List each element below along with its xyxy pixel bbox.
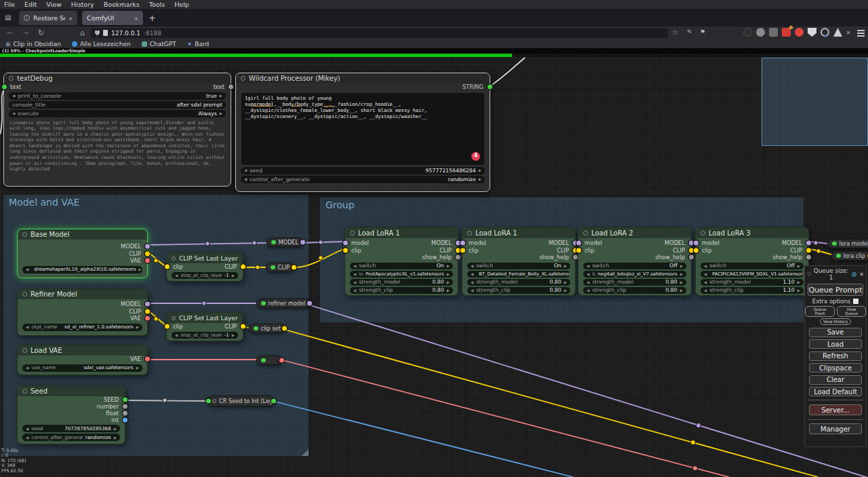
save-page-icon[interactable]: [700, 28, 705, 35]
reroute-clip[interactable]: CLIP: [266, 263, 294, 272]
widget-ckpt-name[interactable]: ckpt_name dreamshaperXL10_alpha2Xl10.saf…: [22, 266, 142, 273]
collapse-dot[interactable]: [271, 240, 276, 245]
widget-strength-clip[interactable]: strength_clip 1.10: [701, 287, 804, 294]
collapse-dot[interactable]: [583, 231, 588, 235]
clip-output-port[interactable]: [241, 265, 245, 269]
widget-switch[interactable]: switch Off: [583, 263, 686, 269]
shield-permissions-icon[interactable]: [95, 31, 100, 36]
comfy-menu-panel[interactable]: Queue size: 1 Queue Prompt Extra options…: [804, 265, 867, 447]
clip-input-port[interactable]: [576, 248, 581, 252]
widget-lora-name[interactable]: lora_name BT_Detailed_Female_Belly_XL.sa…: [467, 271, 570, 278]
new-tab-button[interactable]: [149, 13, 156, 23]
collapse-dot[interactable]: [22, 232, 27, 237]
tab-comfyui[interactable]: ComfyUI: [82, 11, 143, 25]
widget-strength-model[interactable]: strength_model 1.10: [701, 279, 804, 286]
reroute-refiner-model[interactable]: refiner model: [256, 299, 311, 308]
widget-ckpt-name[interactable]: ckpt_name sd_xl_refiner_1.0.safetensors: [22, 324, 142, 331]
reroute-lora-model[interactable]: lora model: [827, 239, 868, 248]
extension-icon-red[interactable]: 1: [782, 28, 791, 37]
clip-input-port[interactable]: [165, 265, 170, 269]
menu-edit[interactable]: Edit: [24, 1, 37, 8]
node-textdebug[interactable]: textDebug text text print_to_console tru…: [3, 73, 231, 187]
reload-icon[interactable]: ↻: [38, 28, 44, 37]
queue-prompt-button[interactable]: Queue Prompt: [808, 284, 863, 296]
widget-stop-at-clip-layer[interactable]: stop_at_clip_layer -1: [172, 332, 238, 339]
clip-output-port[interactable]: [292, 265, 296, 270]
menu-history[interactable]: History: [71, 1, 94, 8]
widget-seed[interactable]: seed 707287850285368: [22, 425, 120, 432]
widget-console-title[interactable]: console_title after sdxl prompt: [9, 101, 226, 109]
widget-lora-name[interactable]: lora_name neg4all_bdsqlsz_xl_V7.safetens…: [583, 271, 686, 278]
widget-strength-model[interactable]: strength_model 0.80: [350, 279, 453, 286]
node-load-lora-2[interactable]: Load LoRA 1 model MODEL clip CLIP show_h…: [462, 227, 576, 296]
model-output-port[interactable]: [307, 301, 312, 306]
model-output-port[interactable]: [145, 244, 150, 249]
clear-button[interactable]: Clear: [809, 375, 862, 385]
widget-switch[interactable]: switch Off: [701, 263, 804, 269]
bookmark-item[interactable]: Bard: [187, 41, 210, 47]
widget-control-after-generate[interactable]: control_after_generate randomize: [241, 176, 485, 183]
collapse-dot[interactable]: [832, 242, 837, 246]
widget-print-to-console[interactable]: print_to_console true: [9, 92, 226, 100]
node-wildcard-processor[interactable]: Wildcard Processor (Mikey) STRING 1girl …: [235, 73, 490, 192]
node-clip-set-last-layer[interactable]: CLIP Set Last Layer clip CLIP stop_at_cl…: [166, 252, 243, 282]
collapse-dot[interactable]: [467, 231, 472, 235]
seed-input-port[interactable]: [206, 399, 211, 404]
collapse-dot[interactable]: [22, 389, 27, 394]
widget-stop-at-clip-layer[interactable]: stop_at_clip_layer -1: [172, 272, 238, 279]
widget-control-after-generate[interactable]: control_after_generate randomize: [22, 434, 120, 441]
refresh-button[interactable]: Refresh: [809, 351, 862, 361]
model-input-port[interactable]: [460, 241, 465, 246]
widget-lora-name[interactable]: lora_name PostApocalypticXL_v1.safetenso…: [350, 271, 453, 278]
clip-output-port[interactable]: [456, 248, 460, 252]
vae-output-port[interactable]: [279, 358, 284, 363]
extra-options-checkbox[interactable]: [853, 299, 859, 304]
text-input-port[interactable]: [2, 85, 7, 90]
float-output-port[interactable]: [123, 411, 127, 416]
queue-front-button[interactable]: Queue Front: [805, 306, 835, 317]
extension-icon-shield[interactable]: [808, 28, 816, 37]
view-queue-button[interactable]: View Queue: [837, 306, 866, 317]
menu-file[interactable]: File: [4, 1, 15, 8]
extension-icon-puzzle[interactable]: [769, 28, 778, 37]
collapse-dot[interactable]: [254, 326, 258, 331]
wildcard-prompt-textarea[interactable]: 1girl full body photo of young supermode…: [241, 93, 484, 165]
close-icon[interactable]: [859, 271, 864, 278]
model-input-port[interactable]: [694, 241, 698, 246]
node-load-lora-4[interactable]: Load LoRA 3 model MODEL clip CLIP show_h…: [695, 227, 809, 296]
extension-icon-dark[interactable]: [743, 28, 752, 37]
menu-bookmarks[interactable]: Bookmarks: [104, 1, 140, 8]
widget-strength-clip[interactable]: strength_clip 0.80: [583, 287, 686, 294]
load-button[interactable]: Load: [809, 339, 862, 349]
collapse-dot[interactable]: [172, 256, 176, 261]
clip-input-port[interactable]: [165, 324, 170, 329]
menu-tools[interactable]: Tools: [149, 1, 165, 8]
collapse-dot[interactable]: [22, 292, 27, 297]
show-help-output-port[interactable]: [573, 255, 578, 260]
widget-vae-name[interactable]: vae_name sdxl_vae.safetensors: [22, 364, 142, 372]
node-load-lora-3[interactable]: Load LoRA 2 model MODEL clip CLIP show_h…: [578, 227, 692, 296]
url-bar[interactable]: 127.0.0.1:8188: [91, 28, 668, 38]
clip-output-port[interactable]: [241, 324, 245, 329]
model-output-port[interactable]: [689, 241, 694, 246]
page-info-icon[interactable]: [103, 30, 108, 36]
extension-icon-account[interactable]: [756, 28, 765, 37]
collapse-dot[interactable]: [350, 231, 355, 235]
reroute-clip-set[interactable]: clip set: [249, 324, 285, 333]
tab-close-icon[interactable]: [68, 14, 73, 22]
widget-strength-clip[interactable]: strength_clip 0.80: [467, 287, 570, 294]
clip-output-port[interactable]: [282, 326, 287, 331]
collapse-dot[interactable]: [241, 76, 245, 81]
int-output-port[interactable]: [123, 418, 127, 423]
firefox-view-icon[interactable]: [5, 14, 13, 22]
vae-output-port[interactable]: [145, 259, 150, 263]
int-output-port[interactable]: [271, 399, 276, 404]
node-clip-set-last-layer[interactable]: CLIP Set Last Layer clip CLIP stop_at_cl…: [166, 312, 243, 341]
widget-lora-name[interactable]: lora_name PACIFICA612VIIFM_SDXL_V1.safet…: [701, 271, 804, 278]
hamburger-menu-icon[interactable]: [857, 30, 865, 31]
drag-handle-icon[interactable]: [807, 271, 811, 278]
reroute-model[interactable]: MODEL: [267, 237, 303, 247]
bookmark-item[interactable]: Clip in Obsidian: [5, 41, 61, 47]
adblock-plus-icon[interactable]: [795, 28, 804, 37]
widget-strength-clip[interactable]: strength_clip 0.80: [350, 287, 453, 294]
